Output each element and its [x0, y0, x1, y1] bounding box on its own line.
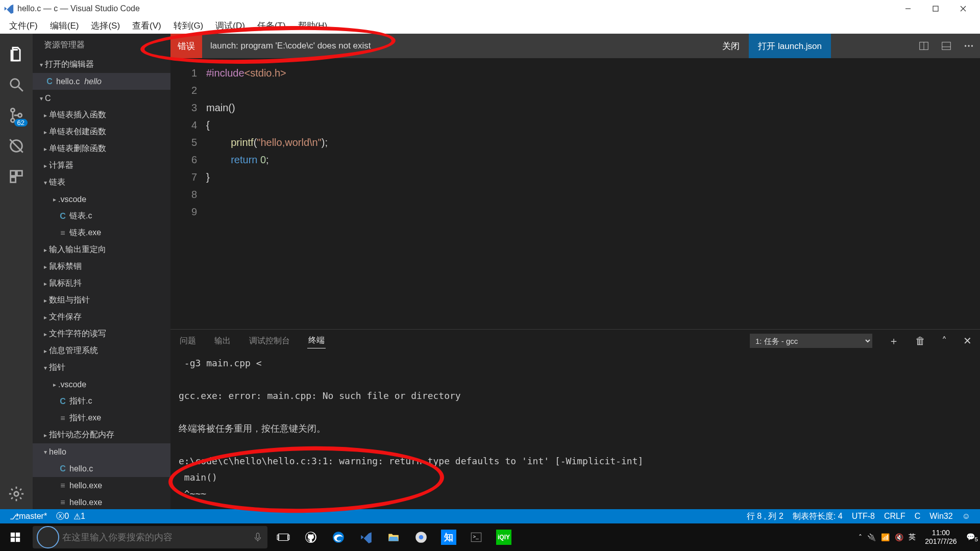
tray-wifi-icon[interactable]: 📶	[881, 533, 890, 541]
tree-item[interactable]: ▸计算器	[33, 157, 170, 174]
windows-taskbar: 知 >_ iQIY ˄ 🔌 📶 🔇 英 11:002017/7/26 💬5	[0, 523, 980, 551]
kill-terminal-icon[interactable]: 🗑	[915, 335, 925, 347]
svg-rect-11	[11, 171, 16, 176]
menu-item[interactable]: 调试(D)	[209, 18, 251, 34]
tree-item[interactable]: ≡hello.exe	[33, 477, 170, 494]
status-feedback-icon[interactable]: ☺	[958, 509, 975, 523]
tree-item[interactable]: ▾hello	[33, 443, 170, 460]
status-branch[interactable]: ⎇ master*	[5, 509, 52, 523]
activity-settings[interactable]	[4, 482, 29, 506]
tree-item[interactable]: ≡链表.exe	[33, 224, 170, 241]
mic-icon[interactable]	[252, 532, 263, 543]
tray-volume-icon[interactable]: 🔇	[895, 533, 903, 541]
activity-extensions[interactable]	[4, 164, 29, 189]
panel-tab[interactable]: 调试控制台	[248, 334, 291, 348]
status-problems[interactable]: ⓧ 0 ⚠ 1	[52, 509, 90, 523]
edge-icon[interactable]	[325, 523, 352, 551]
zhihu-icon[interactable]: 知	[435, 523, 462, 551]
close-panel-icon[interactable]: ✕	[963, 335, 972, 347]
panel-tab[interactable]: 输出	[213, 334, 232, 348]
cmd-icon[interactable]: >_	[462, 523, 490, 551]
tree-item[interactable]: ≡hello.exe	[33, 494, 170, 509]
taskbar-search[interactable]	[33, 526, 267, 548]
status-tabsize[interactable]: 制表符长度: 4	[788, 509, 847, 523]
more-icon[interactable]	[958, 35, 980, 57]
menu-item[interactable]: 编辑(E)	[44, 18, 85, 34]
minimize-button[interactable]	[894, 0, 922, 17]
menu-item[interactable]: 任务(T)	[251, 18, 292, 34]
tree-item[interactable]: ▸指针动态分配内存	[33, 427, 170, 443]
tree-item[interactable]: ▸数组与指针	[33, 292, 170, 309]
open-editors-section[interactable]: ▾打开的编辑器	[33, 56, 170, 73]
status-language[interactable]: C	[910, 509, 925, 523]
editor[interactable]: 123456789 #include<stdio.h> main() { pri…	[170, 58, 980, 329]
toggle-panel-icon[interactable]	[935, 35, 958, 57]
github-icon[interactable]	[297, 523, 325, 551]
tree-item[interactable]: ▸输入输出重定向	[33, 241, 170, 258]
svg-rect-12	[17, 171, 22, 176]
panel-tab[interactable]: 终端	[307, 333, 326, 348]
notification-open-launch-button[interactable]: 打开 launch.json	[749, 34, 831, 58]
activity-search[interactable]	[4, 72, 29, 97]
tree-item[interactable]: ▸单链表删除函数	[33, 140, 170, 157]
explorer-icon[interactable]	[380, 523, 407, 551]
tree-item[interactable]: ▸文件保存	[33, 309, 170, 325]
tree-item[interactable]: ▾链表	[33, 174, 170, 191]
svg-text:>_: >_	[473, 534, 479, 539]
search-input[interactable]	[62, 532, 252, 543]
tree-item[interactable]: ▸单链表创建函数	[33, 123, 170, 140]
maximize-button[interactable]	[922, 0, 949, 17]
system-tray[interactable]: ˄ 🔌 📶 🔇 英 11:002017/7/26 💬5	[859, 529, 980, 546]
tray-power-icon[interactable]: 🔌	[867, 533, 876, 541]
tray-clock[interactable]: 11:002017/7/26	[921, 529, 961, 546]
tree-item[interactable]: ≡指针.exe	[33, 410, 170, 427]
tree-item[interactable]: ▾指针	[33, 359, 170, 376]
menu-item[interactable]: 帮助(H)	[292, 18, 334, 34]
workspace-root[interactable]: ▾C	[33, 90, 170, 107]
status-encoding[interactable]: UTF-8	[847, 509, 879, 523]
terminal-selector[interactable]: 1: 任务 - gcc	[750, 334, 872, 348]
start-button[interactable]	[0, 523, 31, 551]
svg-point-14	[14, 492, 19, 496]
tree-item[interactable]: ▸单链表插入函数	[33, 107, 170, 123]
tree-item[interactable]: ▸.vscode	[33, 376, 170, 393]
tree-item[interactable]: C指针.c	[33, 393, 170, 410]
tray-notifications-icon[interactable]: 💬5	[966, 533, 978, 542]
open-editor-item[interactable]: Chello.c hello	[33, 73, 170, 90]
close-button[interactable]	[949, 0, 977, 17]
menu-item[interactable]: 转到(G)	[167, 18, 210, 34]
tree-item[interactable]: C链表.c	[33, 208, 170, 224]
tree-item[interactable]: ▸鼠标禁锢	[33, 258, 170, 275]
tree-item[interactable]: ▸信息管理系统	[33, 342, 170, 359]
svg-point-20	[968, 45, 969, 46]
tree-item[interactable]: ▸鼠标乱抖	[33, 275, 170, 292]
tray-chevron-up-icon[interactable]: ˄	[859, 533, 862, 541]
task-view-icon[interactable]	[270, 523, 297, 551]
tree-item[interactable]: ▸.vscode	[33, 191, 170, 208]
cortana-icon[interactable]	[37, 526, 59, 548]
activity-explorer[interactable]	[4, 42, 29, 66]
status-eol[interactable]: CRLF	[879, 509, 910, 523]
status-target[interactable]: Win32	[925, 509, 957, 523]
panel-tabs: 问题输出调试控制台终端 1: 任务 - gcc ＋ 🗑 ˄ ✕	[170, 330, 980, 352]
menu-item[interactable]: 文件(F)	[3, 18, 44, 34]
status-position[interactable]: 行 8 , 列 2	[742, 509, 788, 523]
terminal-output[interactable]: -g3 main.cpp < gcc.exe: error: main.cpp:…	[170, 352, 980, 509]
tray-ime[interactable]: 英	[909, 533, 916, 542]
activity-debug[interactable]	[4, 134, 29, 158]
tree-item[interactable]: ▸文件字符的读写	[33, 325, 170, 342]
chrome-icon[interactable]	[407, 523, 435, 551]
iqiyi-icon[interactable]: iQIY	[490, 523, 518, 551]
chevron-up-icon[interactable]: ˄	[942, 335, 947, 347]
new-terminal-icon[interactable]: ＋	[889, 334, 899, 348]
tree-item[interactable]: Chello.c	[33, 460, 170, 477]
menu-item[interactable]: 选择(S)	[85, 18, 126, 34]
menu-item[interactable]: 查看(V)	[126, 18, 167, 34]
svg-point-6	[11, 109, 14, 112]
vscode-taskbar-icon[interactable]	[352, 523, 380, 551]
activity-scm[interactable]: 62	[4, 103, 29, 128]
notification-tag: 错误	[170, 34, 202, 58]
panel-tab[interactable]: 问题	[179, 334, 197, 348]
split-editor-icon[interactable]	[913, 35, 935, 57]
notification-close-button[interactable]: 关闭	[713, 34, 749, 58]
